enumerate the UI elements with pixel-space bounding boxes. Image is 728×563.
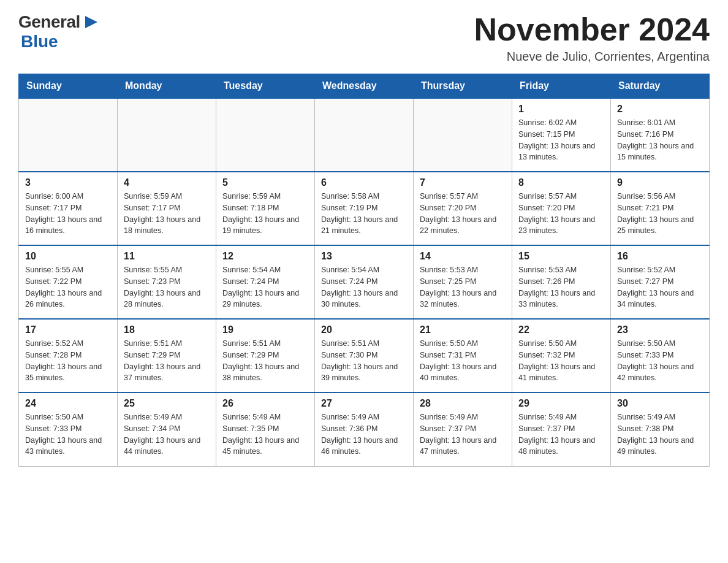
calendar-cell-w5-d2: 26Sunrise: 5:49 AMSunset: 7:35 PMDayligh… (216, 393, 315, 466)
day-number: 12 (222, 251, 308, 262)
day-number: 23 (617, 324, 703, 335)
day-number: 10 (25, 251, 111, 262)
day-info: Sunrise: 5:50 AMSunset: 7:33 PMDaylight:… (617, 338, 703, 384)
day-number: 21 (420, 324, 506, 335)
calendar-cell-w4-d0: 17Sunrise: 5:52 AMSunset: 7:28 PMDayligh… (19, 319, 118, 393)
day-number: 1 (518, 104, 604, 115)
day-info: Sunrise: 5:51 AMSunset: 7:29 PMDaylight:… (124, 338, 210, 384)
calendar-cell-w3-d0: 10Sunrise: 5:55 AMSunset: 7:22 PMDayligh… (19, 245, 118, 319)
calendar-cell-w2-d4: 7Sunrise: 5:57 AMSunset: 7:20 PMDaylight… (414, 172, 512, 245)
day-info: Sunrise: 6:00 AMSunset: 7:17 PMDaylight:… (25, 191, 111, 237)
day-info: Sunrise: 5:54 AMSunset: 7:24 PMDaylight:… (321, 264, 407, 310)
day-number: 29 (518, 398, 604, 409)
day-number: 13 (321, 251, 407, 262)
calendar-cell-w2-d1: 4Sunrise: 5:59 AMSunset: 7:17 PMDaylight… (118, 172, 216, 245)
day-number: 25 (124, 398, 210, 409)
day-info: Sunrise: 5:52 AMSunset: 7:28 PMDaylight:… (25, 338, 111, 384)
day-info: Sunrise: 5:54 AMSunset: 7:24 PMDaylight:… (222, 264, 308, 310)
logo-general-text: General (18, 12, 80, 32)
header-area: General Blue November 2024 Nueve de Juli… (18, 12, 710, 64)
calendar-week-row-4: 17Sunrise: 5:52 AMSunset: 7:28 PMDayligh… (19, 319, 710, 393)
day-info: Sunrise: 5:53 AMSunset: 7:25 PMDaylight:… (420, 264, 506, 310)
calendar-cell-w3-d2: 12Sunrise: 5:54 AMSunset: 7:24 PMDayligh… (216, 245, 315, 319)
day-info: Sunrise: 5:49 AMSunset: 7:37 PMDaylight:… (518, 412, 604, 458)
day-number: 19 (222, 324, 308, 335)
day-number: 20 (321, 324, 407, 335)
day-number: 17 (25, 324, 111, 335)
day-info: Sunrise: 5:52 AMSunset: 7:27 PMDaylight:… (617, 264, 703, 310)
day-number: 16 (617, 251, 703, 262)
calendar-cell-w5-d3: 27Sunrise: 5:49 AMSunset: 7:36 PMDayligh… (315, 393, 414, 466)
calendar-cell-w1-d0 (19, 98, 118, 172)
day-info: Sunrise: 5:57 AMSunset: 7:20 PMDaylight:… (518, 191, 604, 237)
calendar-cell-w2-d0: 3Sunrise: 6:00 AMSunset: 7:17 PMDaylight… (19, 172, 118, 245)
calendar-cell-w4-d4: 21Sunrise: 5:50 AMSunset: 7:31 PMDayligh… (414, 319, 512, 393)
calendar-week-row-3: 10Sunrise: 5:55 AMSunset: 7:22 PMDayligh… (19, 245, 710, 319)
title-area: November 2024 Nueve de Julio, Corrientes… (474, 12, 710, 64)
day-info: Sunrise: 5:59 AMSunset: 7:17 PMDaylight:… (124, 191, 210, 237)
calendar-cell-w1-d4 (414, 98, 512, 172)
day-info: Sunrise: 5:49 AMSunset: 7:35 PMDaylight:… (222, 412, 308, 458)
col-sunday: Sunday (19, 74, 118, 99)
day-info: Sunrise: 5:49 AMSunset: 7:38 PMDaylight:… (617, 412, 703, 458)
calendar-week-row-5: 24Sunrise: 5:50 AMSunset: 7:33 PMDayligh… (19, 393, 710, 466)
calendar-cell-w2-d3: 6Sunrise: 5:58 AMSunset: 7:19 PMDaylight… (315, 172, 414, 245)
day-number: 7 (420, 177, 506, 188)
calendar-cell-w1-d1 (118, 98, 216, 172)
day-info: Sunrise: 5:50 AMSunset: 7:33 PMDaylight:… (25, 412, 111, 458)
day-info: Sunrise: 5:51 AMSunset: 7:30 PMDaylight:… (321, 338, 407, 384)
calendar-cell-w4-d5: 22Sunrise: 5:50 AMSunset: 7:32 PMDayligh… (512, 319, 611, 393)
calendar-cell-w4-d6: 23Sunrise: 5:50 AMSunset: 7:33 PMDayligh… (611, 319, 710, 393)
calendar-cell-w1-d3 (315, 98, 414, 172)
calendar-cell-w2-d5: 8Sunrise: 5:57 AMSunset: 7:20 PMDaylight… (512, 172, 611, 245)
day-number: 14 (420, 251, 506, 262)
day-info: Sunrise: 5:55 AMSunset: 7:22 PMDaylight:… (25, 264, 111, 310)
day-number: 5 (222, 177, 308, 188)
day-number: 2 (617, 104, 703, 115)
col-thursday: Thursday (414, 74, 512, 99)
month-year-title: November 2024 (474, 12, 710, 47)
calendar-cell-w1-d5: 1Sunrise: 6:02 AMSunset: 7:15 PMDaylight… (512, 98, 611, 172)
day-info: Sunrise: 5:56 AMSunset: 7:21 PMDaylight:… (617, 191, 703, 237)
day-number: 6 (321, 177, 407, 188)
calendar-cell-w3-d6: 16Sunrise: 5:52 AMSunset: 7:27 PMDayligh… (611, 245, 710, 319)
day-number: 4 (124, 177, 210, 188)
day-info: Sunrise: 5:49 AMSunset: 7:34 PMDaylight:… (124, 412, 210, 458)
day-info: Sunrise: 5:50 AMSunset: 7:31 PMDaylight:… (420, 338, 506, 384)
day-info: Sunrise: 5:50 AMSunset: 7:32 PMDaylight:… (518, 338, 604, 384)
day-number: 22 (518, 324, 604, 335)
logo-blue-text: Blue (21, 32, 58, 52)
calendar-cell-w5-d4: 28Sunrise: 5:49 AMSunset: 7:37 PMDayligh… (414, 393, 512, 466)
calendar-cell-w2-d6: 9Sunrise: 5:56 AMSunset: 7:21 PMDaylight… (611, 172, 710, 245)
day-number: 9 (617, 177, 703, 188)
day-number: 30 (617, 398, 703, 409)
day-info: Sunrise: 6:01 AMSunset: 7:16 PMDaylight:… (617, 117, 703, 163)
calendar-cell-w5-d6: 30Sunrise: 5:49 AMSunset: 7:38 PMDayligh… (611, 393, 710, 466)
day-number: 8 (518, 177, 604, 188)
day-info: Sunrise: 5:59 AMSunset: 7:18 PMDaylight:… (222, 191, 308, 237)
calendar-cell-w5-d0: 24Sunrise: 5:50 AMSunset: 7:33 PMDayligh… (19, 393, 118, 466)
calendar-cell-w4-d3: 20Sunrise: 5:51 AMSunset: 7:30 PMDayligh… (315, 319, 414, 393)
col-monday: Monday (118, 74, 216, 99)
calendar-cell-w5-d1: 25Sunrise: 5:49 AMSunset: 7:34 PMDayligh… (118, 393, 216, 466)
day-number: 11 (124, 251, 210, 262)
day-info: Sunrise: 5:55 AMSunset: 7:23 PMDaylight:… (124, 264, 210, 310)
calendar-cell-w4-d1: 18Sunrise: 5:51 AMSunset: 7:29 PMDayligh… (118, 319, 216, 393)
svg-marker-0 (85, 16, 97, 28)
calendar-cell-w4-d2: 19Sunrise: 5:51 AMSunset: 7:29 PMDayligh… (216, 319, 315, 393)
col-wednesday: Wednesday (315, 74, 414, 99)
calendar-cell-w3-d5: 15Sunrise: 5:53 AMSunset: 7:26 PMDayligh… (512, 245, 611, 319)
col-tuesday: Tuesday (216, 74, 315, 99)
day-number: 15 (518, 251, 604, 262)
calendar-cell-w3-d3: 13Sunrise: 5:54 AMSunset: 7:24 PMDayligh… (315, 245, 414, 319)
calendar-header-row: Sunday Monday Tuesday Wednesday Thursday… (19, 74, 710, 99)
day-number: 24 (25, 398, 111, 409)
logo-flag-icon (83, 13, 100, 31)
day-info: Sunrise: 5:49 AMSunset: 7:36 PMDaylight:… (321, 412, 407, 458)
calendar-cell-w3-d1: 11Sunrise: 5:55 AMSunset: 7:23 PMDayligh… (118, 245, 216, 319)
calendar-cell-w1-d2 (216, 98, 315, 172)
col-friday: Friday (512, 74, 611, 99)
calendar-week-row-1: 1Sunrise: 6:02 AMSunset: 7:15 PMDaylight… (19, 98, 710, 172)
calendar-cell-w2-d2: 5Sunrise: 5:59 AMSunset: 7:18 PMDaylight… (216, 172, 315, 245)
day-number: 27 (321, 398, 407, 409)
